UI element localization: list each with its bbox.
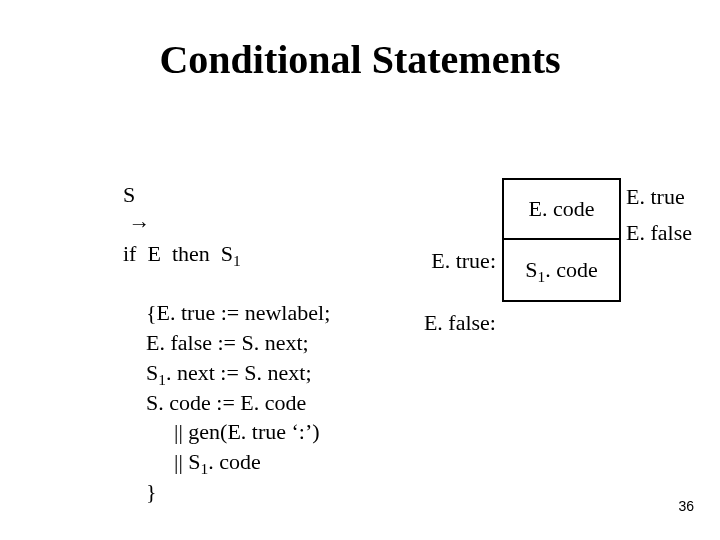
slide: Conditional Statements S → if E then S1 … xyxy=(0,0,720,540)
rule-block: S → if E then S1 {E. true := newlabel; E… xyxy=(90,150,330,506)
arrow-icon: → xyxy=(129,211,151,236)
label-e-true-right: E. true xyxy=(626,184,685,210)
production-rule: S → if E then S1 xyxy=(90,150,330,298)
action-line: {E. true := newlabel; xyxy=(146,298,330,328)
box-e-code: E. code xyxy=(504,180,619,240)
action-line: S. code := E. code xyxy=(146,388,330,418)
code-layout-diagram: E. code S1. code E. true: E. false: E. t… xyxy=(438,178,708,358)
label-e-false-right: E. false xyxy=(626,220,692,246)
action-line: E. false := S. next; xyxy=(146,328,330,358)
slide-title: Conditional Statements xyxy=(0,36,720,83)
label-e-false-left: E. false: xyxy=(424,310,496,336)
page-number: 36 xyxy=(678,498,694,514)
action-line: || S1. code xyxy=(174,447,330,477)
label-e-true-left: E. true: xyxy=(431,248,496,274)
box-s1-code: S1. code xyxy=(504,240,619,300)
rule-rhs: if E then S1 xyxy=(123,241,241,266)
code-boxes: E. code S1. code xyxy=(502,178,621,302)
semantic-actions: {E. true := newlabel; E. false := S. nex… xyxy=(146,298,330,506)
rule-lhs: S xyxy=(123,182,135,207)
action-line: || gen(E. true ‘:’) xyxy=(174,417,330,447)
action-line: } xyxy=(146,477,330,507)
action-line: S1. next := S. next; xyxy=(146,358,330,388)
